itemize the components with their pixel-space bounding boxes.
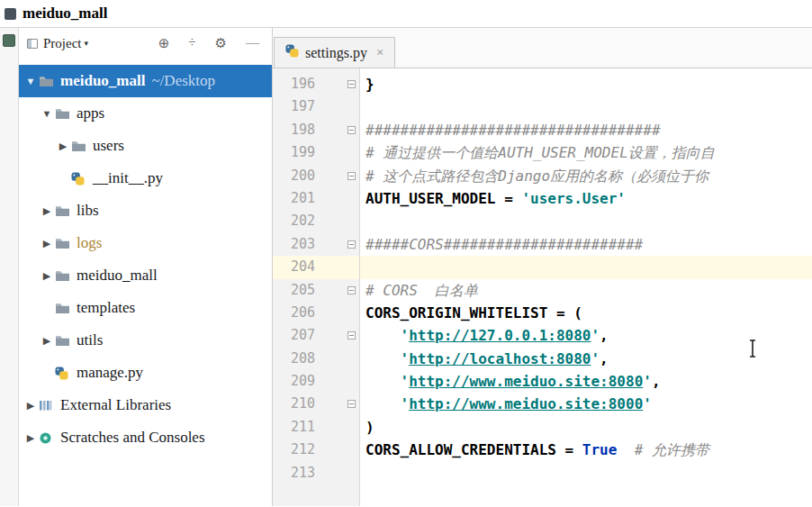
tree-item-label: logs (77, 234, 102, 252)
code-line-198[interactable]: ################################## (360, 119, 812, 141)
tab-close-icon[interactable]: × (376, 45, 383, 60)
tree-item-scratches-and-consoles[interactable]: ▶Scratches and Consoles (19, 421, 272, 454)
comment-token: # CORS 白名单 (365, 282, 478, 299)
project-panel-title[interactable]: Project (43, 36, 82, 51)
chevron-collapsed-icon[interactable]: ▶ (39, 205, 55, 217)
code-token: CORS_ORIGIN_WHITELIST = ( (365, 304, 582, 321)
tree-item-utils[interactable]: ▶utils (19, 324, 272, 357)
gutter-line-207: 207 (273, 324, 359, 347)
tree-item-meiduo-mall[interactable]: ▶meiduo_mall (19, 259, 272, 292)
tree-item-path: ~/Desktop (151, 72, 215, 90)
gutter-line-200: 200 (273, 165, 359, 187)
string-token: 'users.User' (521, 190, 626, 207)
locate-icon[interactable]: ⊕ (158, 35, 170, 51)
code-line-202[interactable] (360, 210, 812, 232)
code-line-211[interactable]: ) (360, 416, 812, 439)
code-line-208[interactable]: 'http://localhost:8080', (360, 348, 812, 370)
line-number: 209 (291, 373, 315, 389)
code-token (365, 373, 401, 390)
code-line-200[interactable]: # 这个点式路径包含Django应用的名称（必须位于你 (360, 165, 812, 187)
line-number: 196 (291, 76, 315, 92)
folder-icon (55, 269, 75, 282)
mouse-cursor-ibeam-icon (746, 339, 759, 362)
chevron-collapsed-icon[interactable]: ▶ (39, 335, 55, 347)
code-line-209[interactable]: 'http://www.meiduo.site:8080', (360, 370, 812, 393)
tree-item--init-py[interactable]: __init__.py (19, 162, 272, 195)
editor-area: settings.py × 19619719819920020120220320… (272, 28, 812, 506)
tree-item-templates[interactable]: templates (19, 292, 272, 324)
folder-icon (39, 75, 59, 87)
line-number: 205 (291, 282, 315, 298)
libraries-icon (39, 399, 59, 412)
code-line-207[interactable]: 'http://127.0.0.1:8080', (360, 324, 812, 347)
fold-marker-icon[interactable] (347, 331, 356, 340)
project-panel-header: Project ▾ ⊕÷⚙— (19, 28, 272, 59)
code-line-210[interactable]: 'http://www.meiduo.site:8000' (360, 393, 812, 415)
url-token[interactable]: http://www.meiduo.site:8080 (409, 373, 643, 390)
code-line-205[interactable]: # CORS 白名单 (360, 279, 812, 302)
gutter-line-205: 205 (273, 279, 359, 302)
line-number: 202 (291, 213, 315, 229)
code-line-212[interactable]: CORS_ALLOW_CREDENTIALS = True # 允许携带 (360, 439, 812, 461)
fold-marker-icon[interactable] (347, 240, 356, 249)
tree-item-label: templates (77, 299, 135, 317)
line-number: 206 (291, 304, 315, 321)
tab-settings-py[interactable]: settings.py × (274, 37, 395, 68)
code-line-203[interactable]: #####CORS####################### (360, 233, 812, 256)
chevron-collapsed-icon[interactable]: ▶ (39, 238, 55, 249)
gutter-line-202: 202 (273, 210, 359, 232)
collapse-all-icon[interactable]: ÷ (188, 35, 195, 51)
tree-item-label: apps (77, 104, 104, 122)
string-token: ' (401, 395, 410, 412)
tab-label: settings.py (305, 45, 367, 61)
chevron-collapsed-icon[interactable]: ▶ (55, 140, 71, 152)
comment-token: # 允许携带 (635, 441, 709, 458)
chevron-collapsed-icon[interactable]: ▶ (39, 270, 55, 282)
code-line-196[interactable]: } (360, 73, 812, 95)
chevron-expanded-icon[interactable]: ▼ (23, 76, 39, 86)
code-token (365, 395, 401, 412)
tree-item-apps[interactable]: ▼apps (19, 97, 272, 130)
code-line-199[interactable]: # 通过提供一个值给AUTH_USER_MODEL设置，指向自 (360, 141, 812, 164)
tree-item-label: External Libraries (60, 396, 171, 414)
tree-item-label: Scratches and Consoles (60, 429, 205, 447)
chevron-expanded-icon[interactable]: ▼ (39, 108, 55, 119)
settings-gear-icon[interactable]: ⚙ (215, 35, 227, 51)
tree-item-manage-py[interactable]: manage.py (19, 357, 272, 389)
tree-item-external-libraries[interactable]: ▶External Libraries (19, 389, 272, 421)
code-line-206[interactable]: CORS_ORIGIN_WHITELIST = ( (360, 302, 812, 324)
line-number: 212 (291, 441, 315, 457)
url-token[interactable]: http://localhost:8080 (409, 350, 591, 367)
code-line-201[interactable]: AUTH_USER_MODEL = 'users.User' (360, 187, 812, 210)
chevron-collapsed-icon[interactable]: ▶ (23, 400, 39, 412)
python-icon (71, 172, 91, 186)
tree-item-label: libs (77, 202, 99, 220)
chevron-collapsed-icon[interactable]: ▶ (23, 432, 39, 444)
url-token[interactable]: http://www.meiduo.site:8000 (409, 395, 643, 412)
hide-panel-icon[interactable]: — (246, 35, 259, 51)
code-area[interactable]: }################################### 通过提… (360, 68, 812, 506)
project-tool-window-icon[interactable] (3, 34, 15, 47)
tree-item-libs[interactable]: ▶libs (19, 195, 272, 227)
gutter-line-198: 198 (273, 119, 359, 141)
code-token (617, 441, 634, 458)
code-token: ) (365, 419, 374, 436)
tree-item-logs[interactable]: ▶logs (19, 227, 272, 259)
url-token[interactable]: http://127.0.0.1:8080 (409, 327, 591, 344)
gutter-line-211: 211 (273, 416, 359, 439)
code-line-197[interactable] (360, 95, 812, 118)
code-line-213[interactable] (360, 462, 812, 484)
gutter-line-201: 201 (273, 187, 359, 210)
fold-marker-icon[interactable] (347, 400, 356, 408)
tree-item-meiduo-mall[interactable]: ▼meiduo_mall~/Desktop (19, 65, 272, 97)
fold-marker-icon[interactable] (347, 126, 356, 134)
project-dropdown-icon[interactable]: ▾ (85, 39, 89, 48)
tree-item-users[interactable]: ▶users (19, 130, 272, 162)
code-line-204[interactable] (360, 256, 812, 278)
fold-marker-icon[interactable] (347, 172, 356, 180)
editor-tab-bar: settings.py × (273, 28, 812, 68)
project-panel-actions: ⊕÷⚙— (158, 35, 263, 51)
fold-marker-icon[interactable] (347, 286, 356, 294)
fold-marker-icon[interactable] (347, 80, 356, 88)
gutter-line-197: 197 (273, 95, 359, 118)
